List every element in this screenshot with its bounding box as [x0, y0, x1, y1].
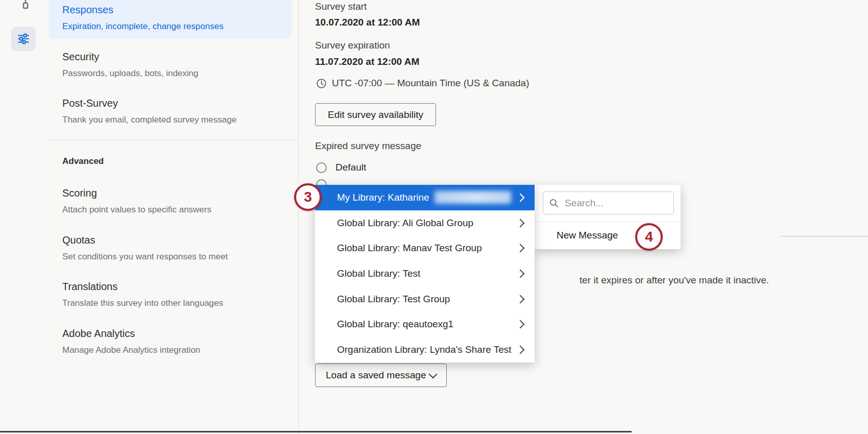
- sidebar-item-subtitle: Attach point values to specific answers: [62, 205, 211, 215]
- search-input[interactable]: [564, 197, 647, 209]
- sidebar-item-subtitle: Set conditions you want responses to mee…: [62, 252, 228, 262]
- sidebar-item-subtitle: Passwords, uploads, bots, indexing: [62, 68, 199, 79]
- expired-survey-message-label: Expired survey message: [315, 140, 421, 152]
- survey-expiration-label: Survey expiration: [315, 40, 390, 51]
- sidebar-item-scoring[interactable]: Scoring Attach point values to specific …: [62, 187, 211, 215]
- menu-item-label: Global Library: qeautoexg1: [337, 319, 453, 330]
- menu-item-global-qeautoexg1[interactable]: Global Library: qeautoexg1: [315, 311, 535, 337]
- sidebar-item-title: Quotas: [62, 234, 228, 246]
- radio-button: [316, 162, 327, 173]
- paint-roller-icon-glyph: [17, 0, 34, 14]
- library-dropdown-menu: My Library: Katharine Global Library: Al…: [315, 185, 535, 363]
- menu-item-global-manav-test-group[interactable]: Global Library: Manav Test Group: [315, 235, 535, 261]
- annotation-step-3-badge: 3: [294, 183, 322, 211]
- sidebar-item-title: Responses: [62, 4, 292, 16]
- chevron-right-icon: [516, 345, 525, 354]
- search-icon: [549, 198, 559, 208]
- survey-options-rail-button[interactable]: [11, 27, 36, 51]
- survey-start-label: Survey start: [315, 1, 367, 12]
- sidebar-item-title: Post-Survey: [62, 98, 236, 109]
- content-divider-right: [780, 236, 868, 237]
- sidebar-item-title: Security: [62, 51, 199, 63]
- sidebar-divider: [49, 140, 298, 140]
- timezone-row: UTC -07:00 — Mountain Time (US & Canada): [316, 78, 529, 89]
- clock-icon: [316, 78, 327, 89]
- sidebar-item-subtitle: Manage Adobe Analytics integration: [62, 345, 200, 355]
- expired-message-description-fragment: ter it expires or after you've made it i…: [580, 275, 769, 286]
- search-box[interactable]: [543, 191, 674, 214]
- sidebar-item-responses[interactable]: Responses Expiration, incomplete, change…: [49, 0, 292, 39]
- menu-item-global-ali-group[interactable]: Global Library: Ali Global Group: [315, 210, 535, 236]
- menu-item-global-test-group[interactable]: Global Library: Test Group: [315, 286, 535, 312]
- survey-expiration-value: 11.07.2020 at 12:00 AM: [315, 56, 419, 67]
- survey-options-screen: Responses Expiration, incomplete, change…: [0, 0, 868, 434]
- sidebar-vertical-border: [298, 0, 299, 434]
- chevron-right-icon: [516, 269, 525, 278]
- radio-default-label: Default: [335, 162, 366, 173]
- sliders-icon: [17, 32, 30, 45]
- menu-item-global-test[interactable]: Global Library: Test: [315, 261, 535, 286]
- sidebar-item-title: Adobe Analytics: [62, 328, 200, 340]
- timezone-text: UTC -07:00 — Mountain Time (US & Canada): [332, 78, 529, 89]
- chevron-right-icon: [516, 320, 525, 329]
- sidebar-item-post-survey[interactable]: Post-Survey Thank you email, completed s…: [62, 98, 236, 125]
- menu-item-label: Global Library: Test: [337, 268, 420, 279]
- default-radio-option[interactable]: Default: [316, 162, 366, 173]
- chevron-right-icon: [516, 219, 525, 227]
- load-saved-message-label: Load a saved message: [326, 370, 426, 381]
- sidebar-item-subtitle: Translate this survey into other languag…: [62, 298, 223, 308]
- sidebar-item-adobe-analytics[interactable]: Adobe Analytics Manage Adobe Analytics i…: [62, 328, 200, 355]
- sidebar-item-subtitle: Expiration, incomplete, change responses: [62, 21, 292, 32]
- bottom-edge-line: [0, 431, 632, 432]
- sidebar-item-title: Translations: [62, 281, 223, 293]
- paint-roller-icon[interactable]: [17, 0, 34, 14]
- load-saved-message-button[interactable]: Load a saved message: [315, 364, 447, 387]
- menu-item-org-lynda-share-test[interactable]: Organization Library: Lynda's Share Test: [315, 337, 535, 363]
- redacted-name: [435, 191, 511, 204]
- survey-start-value: 10.07.2020 at 12:00 AM: [315, 17, 420, 28]
- sidebar-item-security[interactable]: Security Passwords, uploads, bots, index…: [62, 51, 199, 79]
- chevron-right-icon: [516, 244, 525, 253]
- menu-item-label: Global Library: Manav Test Group: [337, 243, 482, 254]
- menu-item-label: My Library: Katharine: [337, 192, 429, 203]
- sidebar-item-translations[interactable]: Translations Translate this survey into …: [62, 281, 223, 308]
- menu-item-label: Organization Library: Lynda's Share Test: [337, 344, 512, 355]
- chevron-right-icon: [516, 193, 525, 202]
- menu-item-label: Global Library: Ali Global Group: [337, 218, 473, 229]
- new-message-label: New Message: [557, 230, 618, 241]
- chevron-right-icon: [516, 295, 525, 303]
- sidebar-item-quotas[interactable]: Quotas Set conditions you want responses…: [62, 234, 228, 262]
- menu-item-my-library[interactable]: My Library: Katharine: [315, 185, 535, 210]
- menu-item-label: Global Library: Test Group: [337, 294, 450, 305]
- edit-survey-availability-button[interactable]: Edit survey availability: [315, 103, 436, 126]
- sidebar-item-title: Scoring: [62, 187, 211, 199]
- annotation-step-4-badge: 4: [635, 223, 663, 251]
- sidebar-section-advanced: Advanced: [62, 156, 104, 166]
- chevron-down-icon: [429, 370, 438, 378]
- sidebar-item-subtitle: Thank you email, completed survey messag…: [62, 115, 236, 125]
